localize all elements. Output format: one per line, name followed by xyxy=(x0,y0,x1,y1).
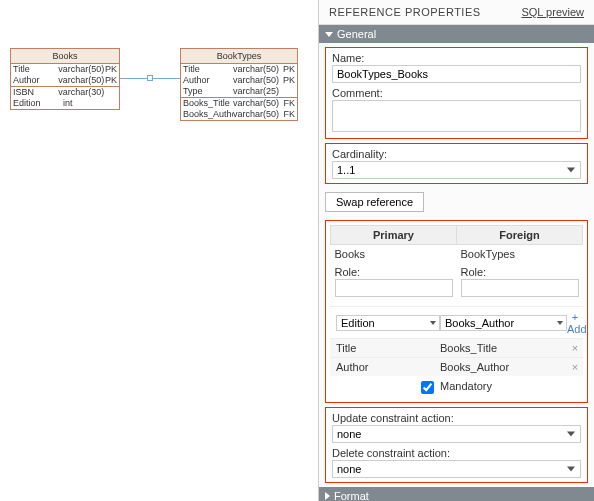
foreign-header: Foreign xyxy=(457,226,583,245)
mapping-foreign-col: Books_Author xyxy=(440,361,567,373)
column-mapping-row: AuthorBooks_Author× xyxy=(330,357,583,376)
name-input[interactable] xyxy=(332,65,581,83)
chevron-down-icon xyxy=(325,32,333,37)
erd-column[interactable]: Authorvarchar(50)PK xyxy=(181,75,297,86)
role-label: Role: xyxy=(461,266,579,278)
mandatory-row: Mandatory xyxy=(330,376,583,398)
name-comment-group: Name: Comment: xyxy=(325,47,588,139)
section-header-general[interactable]: General xyxy=(319,25,594,43)
erd-column[interactable]: Editionint xyxy=(11,98,119,109)
erd-table-books[interactable]: Books Titlevarchar(50)PKAuthorvarchar(50… xyxy=(10,48,120,110)
section-title: General xyxy=(337,28,376,40)
foreign-role-input[interactable] xyxy=(461,279,579,297)
erd-table-header: Books xyxy=(11,49,119,64)
mandatory-label: Mandatory xyxy=(440,380,492,392)
comment-label: Comment: xyxy=(332,87,581,99)
erd-column[interactable]: Typevarchar(25) xyxy=(181,86,297,97)
primary-header: Primary xyxy=(331,226,457,245)
section-title: Format xyxy=(334,490,369,501)
comment-input[interactable] xyxy=(332,100,581,132)
cardinality-group: Cardinality: 1..1 xyxy=(325,143,588,184)
section-header-format[interactable]: Format xyxy=(319,487,594,501)
foreign-table-name: BookTypes xyxy=(457,245,583,264)
column-mapping-group: Primary Foreign Books BookTypes Role: Ro… xyxy=(325,220,588,403)
mapping-primary-col: Title xyxy=(330,342,440,354)
panel-header: REFERENCE PROPERTIES SQL preview xyxy=(319,0,594,25)
remove-mapping-button[interactable]: × xyxy=(567,361,583,373)
name-label: Name: xyxy=(332,52,581,64)
erd-column[interactable]: ISBNvarchar(30) xyxy=(11,87,119,98)
update-action-select[interactable]: none xyxy=(332,425,581,443)
delete-action-label: Delete constraint action: xyxy=(332,447,581,459)
cardinality-select[interactable]: 1..1 xyxy=(332,161,581,179)
erd-column[interactable]: Titlevarchar(50)PK xyxy=(11,64,119,75)
primary-foreign-table: Primary Foreign Books BookTypes Role: Ro… xyxy=(330,225,583,300)
mapping-foreign-col: Books_Title xyxy=(440,342,567,354)
sql-preview-link[interactable]: SQL preview xyxy=(521,6,584,18)
column-mapping-row: TitleBooks_Title× xyxy=(330,338,583,357)
delete-action-select[interactable]: none xyxy=(332,460,581,478)
erd-column[interactable]: Books_Titlevarchar(50)FK xyxy=(181,98,297,109)
panel-title: REFERENCE PROPERTIES xyxy=(329,6,481,18)
swap-reference-button[interactable]: Swap reference xyxy=(325,192,424,212)
update-action-label: Update constraint action: xyxy=(332,412,581,424)
mapping-primary-col: Author xyxy=(330,361,440,373)
properties-panel: REFERENCE PROPERTIES SQL preview General… xyxy=(318,0,594,501)
relationship-endpoint xyxy=(147,75,153,81)
constraint-actions-group: Update constraint action: none Delete co… xyxy=(325,407,588,483)
foreign-column-select[interactable]: Books_Author xyxy=(440,315,567,331)
role-label: Role: xyxy=(335,266,453,278)
primary-table-name: Books xyxy=(331,245,457,264)
erd-canvas[interactable]: Books Titlevarchar(50)PKAuthorvarchar(50… xyxy=(0,0,318,501)
primary-role-input[interactable] xyxy=(335,279,453,297)
erd-column[interactable]: Titlevarchar(50)PK xyxy=(181,64,297,75)
erd-column[interactable]: Books_Authorvarchar(50)FK xyxy=(181,109,297,120)
add-mapping-link[interactable]: + Add xyxy=(567,311,587,335)
mandatory-checkbox[interactable] xyxy=(421,381,434,394)
cardinality-label: Cardinality: xyxy=(332,148,581,160)
chevron-right-icon xyxy=(325,492,330,500)
erd-table-booktypes[interactable]: BookTypes Titlevarchar(50)PKAuthorvarcha… xyxy=(180,48,298,121)
primary-column-select[interactable]: Edition xyxy=(336,315,440,331)
erd-table-header: BookTypes xyxy=(181,49,297,64)
erd-column[interactable]: Authorvarchar(50)PK xyxy=(11,75,119,86)
remove-mapping-button[interactable]: × xyxy=(567,342,583,354)
